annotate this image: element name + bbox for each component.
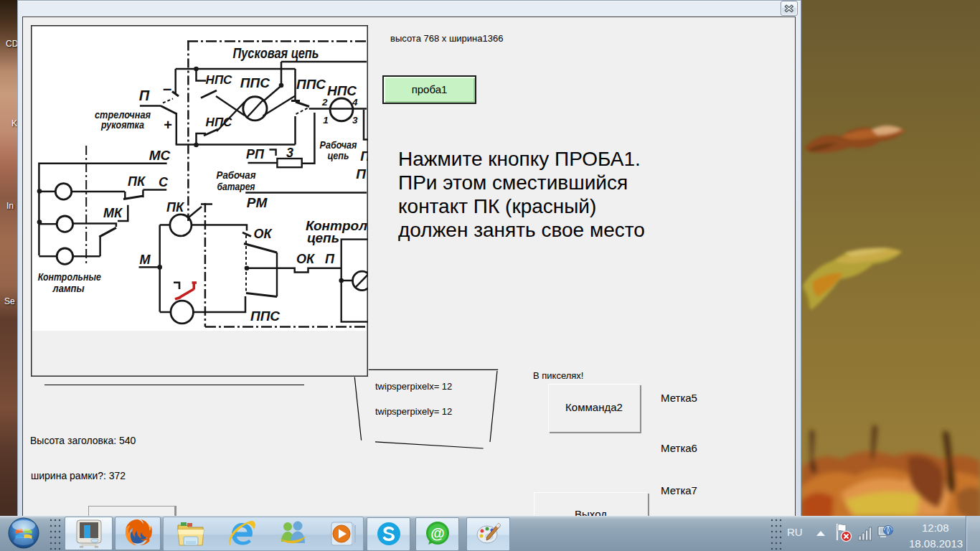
- svg-text:ПК: ПК: [166, 200, 185, 215]
- svg-text:ППС: ППС: [250, 309, 280, 324]
- svg-text:НПС: НПС: [206, 73, 233, 87]
- svg-text:РМ: РМ: [247, 195, 268, 210]
- svg-text:ППС: ППС: [296, 77, 326, 92]
- svg-text:П: П: [356, 166, 366, 182]
- svg-text:1: 1: [323, 115, 329, 126]
- svg-text:С: С: [159, 175, 169, 189]
- svg-text:Рабочая: Рабочая: [217, 169, 256, 181]
- svg-text:П: П: [360, 149, 368, 164]
- svg-text:ОК: ОК: [296, 252, 316, 266]
- svg-text:3: 3: [352, 115, 358, 126]
- svg-text:3: 3: [286, 146, 293, 160]
- svg-text:НПС: НПС: [206, 116, 233, 129]
- svg-text:П: П: [325, 252, 335, 266]
- svg-text:МС: МС: [149, 148, 171, 163]
- svg-text:цепь: цепь: [307, 230, 339, 245]
- svg-text:ПК: ПК: [128, 174, 146, 189]
- svg-text:@: @: [430, 525, 445, 541]
- svg-text:лампы: лампы: [52, 282, 85, 294]
- svg-text:ППС: ППС: [240, 75, 270, 90]
- svg-text:2: 2: [321, 97, 328, 108]
- svg-text:НПС: НПС: [327, 83, 357, 98]
- svg-text:цепь: цепь: [328, 149, 349, 161]
- svg-text:Контрольные: Контрольные: [38, 270, 101, 283]
- svg-text:П: П: [139, 88, 150, 103]
- svg-text:МК: МК: [103, 206, 123, 220]
- svg-text:4: 4: [352, 97, 358, 108]
- svg-text:РП: РП: [246, 147, 265, 161]
- svg-text:–: –: [163, 80, 171, 98]
- svg-text:батарея: батарея: [217, 180, 255, 192]
- svg-text:рукоятка: рукоятка: [100, 118, 144, 131]
- svg-text:+: +: [164, 117, 172, 133]
- svg-text:ОК: ОК: [253, 227, 273, 241]
- svg-text:Пусковая цепь: Пусковая цепь: [233, 44, 319, 61]
- svg-text:М: М: [140, 253, 151, 267]
